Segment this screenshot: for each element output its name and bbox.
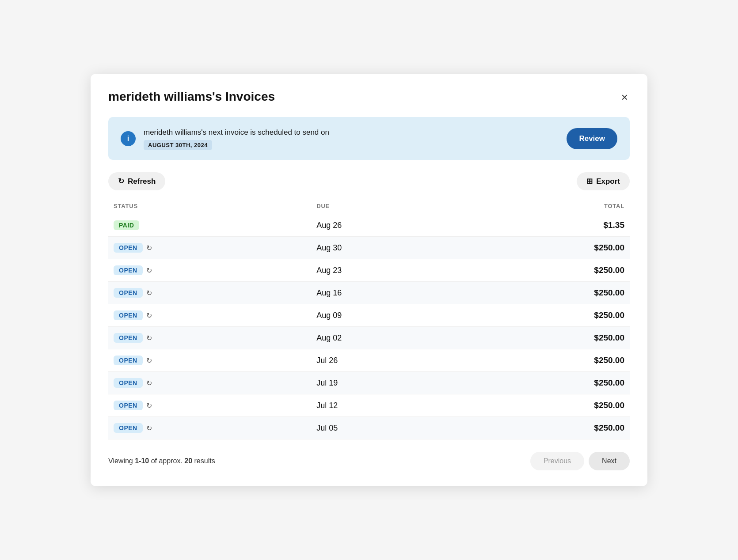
table-row: OPEN↻Aug 09$250.00 xyxy=(108,304,630,327)
table-header-row: STATUS DUE TOTAL xyxy=(108,198,630,214)
export-button[interactable]: ⊞ Export xyxy=(577,172,630,190)
total-cell: $250.00 xyxy=(460,237,630,259)
info-banner: i merideth williams's next invoice is sc… xyxy=(108,117,630,160)
recurring-icon[interactable]: ↻ xyxy=(146,356,152,365)
due-cell: Jul 12 xyxy=(311,394,460,417)
due-cell: Jul 05 xyxy=(311,417,460,439)
table-row: OPEN↻Jul 12$250.00 xyxy=(108,394,630,417)
previous-button[interactable]: Previous xyxy=(530,452,584,470)
recurring-icon[interactable]: ↻ xyxy=(146,401,152,410)
recurring-icon[interactable]: ↻ xyxy=(146,311,152,320)
total-cell: $250.00 xyxy=(460,304,630,327)
table-row: OPEN↻Jul 05$250.00 xyxy=(108,417,630,439)
invoices-table: STATUS DUE TOTAL PAIDAug 26$1.35OPEN↻Aug… xyxy=(108,198,630,439)
total-cell: $250.00 xyxy=(460,372,630,394)
modal-header: merideth williams's Invoices × xyxy=(108,90,630,105)
total-cell: $250.00 xyxy=(460,259,630,282)
refresh-button[interactable]: ↻ Refresh xyxy=(108,172,165,190)
total-cell: $250.00 xyxy=(460,417,630,439)
table-row: PAIDAug 26$1.35 xyxy=(108,214,630,237)
banner-text: merideth williams's next invoice is sche… xyxy=(144,127,559,150)
invoices-modal: merideth williams's Invoices × i meridet… xyxy=(91,74,647,486)
table-row: OPEN↻Aug 16$250.00 xyxy=(108,282,630,304)
status-badge: OPEN xyxy=(114,378,143,388)
table-row: OPEN↻Aug 30$250.00 xyxy=(108,237,630,259)
banner-message: merideth williams's next invoice is sche… xyxy=(144,128,329,136)
recurring-icon[interactable]: ↻ xyxy=(146,334,152,342)
refresh-label: Refresh xyxy=(128,177,156,186)
status-badge: OPEN xyxy=(114,423,143,433)
info-icon: i xyxy=(121,131,136,146)
status-badge: PAID xyxy=(114,220,139,230)
status-cell: OPEN↻ xyxy=(108,327,311,349)
table-row: OPEN↻Jul 26$250.00 xyxy=(108,349,630,372)
status-badge: OPEN xyxy=(114,401,143,410)
col-header-due: DUE xyxy=(311,198,460,214)
status-cell: OPEN↻ xyxy=(108,349,311,372)
status-badge: OPEN xyxy=(114,356,143,365)
export-icon: ⊞ xyxy=(586,177,593,186)
close-button[interactable]: × xyxy=(620,90,630,105)
refresh-icon: ↻ xyxy=(118,177,124,186)
due-cell: Aug 23 xyxy=(311,259,460,282)
due-cell: Jul 19 xyxy=(311,372,460,394)
total-cell: $250.00 xyxy=(460,349,630,372)
status-cell: OPEN↻ xyxy=(108,372,311,394)
status-cell: OPEN↻ xyxy=(108,417,311,439)
total-cell: $250.00 xyxy=(460,282,630,304)
pagination-buttons: Previous Next xyxy=(530,452,630,470)
status-cell: OPEN↻ xyxy=(108,304,311,327)
status-badge: OPEN xyxy=(114,265,143,275)
pagination-info: Viewing 1-10 of approx. 20 results xyxy=(108,457,215,465)
recurring-icon[interactable]: ↻ xyxy=(146,379,152,387)
status-badge: OPEN xyxy=(114,333,143,343)
recurring-icon[interactable]: ↻ xyxy=(146,266,152,275)
export-label: Export xyxy=(596,177,620,186)
due-cell: Aug 30 xyxy=(311,237,460,259)
status-badge: OPEN xyxy=(114,310,143,320)
recurring-icon[interactable]: ↻ xyxy=(146,244,152,252)
review-button[interactable]: Review xyxy=(567,128,617,149)
total-cell: $1.35 xyxy=(460,214,630,237)
due-cell: Aug 09 xyxy=(311,304,460,327)
table-row: OPEN↻Aug 02$250.00 xyxy=(108,327,630,349)
table-row: OPEN↻Aug 23$250.00 xyxy=(108,259,630,282)
due-cell: Aug 02 xyxy=(311,327,460,349)
recurring-icon[interactable]: ↻ xyxy=(146,289,152,297)
col-header-total: TOTAL xyxy=(460,198,630,214)
total-cell: $250.00 xyxy=(460,327,630,349)
next-button[interactable]: Next xyxy=(589,452,630,470)
status-badge: OPEN xyxy=(114,243,143,253)
recurring-icon[interactable]: ↻ xyxy=(146,424,152,432)
status-cell: OPEN↻ xyxy=(108,282,311,304)
total-cell: $250.00 xyxy=(460,394,630,417)
status-cell: OPEN↻ xyxy=(108,259,311,282)
col-header-status: STATUS xyxy=(108,198,311,214)
modal-title: merideth williams's Invoices xyxy=(108,90,275,104)
banner-date-badge: AUGUST 30TH, 2024 xyxy=(144,140,212,151)
toolbar: ↻ Refresh ⊞ Export xyxy=(108,172,630,190)
pagination: Viewing 1-10 of approx. 20 results Previ… xyxy=(108,452,630,470)
status-cell: PAID xyxy=(108,214,311,237)
due-cell: Jul 26 xyxy=(311,349,460,372)
due-cell: Aug 26 xyxy=(311,214,460,237)
table-row: OPEN↻Jul 19$250.00 xyxy=(108,372,630,394)
status-cell: OPEN↻ xyxy=(108,237,311,259)
status-cell: OPEN↻ xyxy=(108,394,311,417)
status-badge: OPEN xyxy=(114,288,143,298)
due-cell: Aug 16 xyxy=(311,282,460,304)
